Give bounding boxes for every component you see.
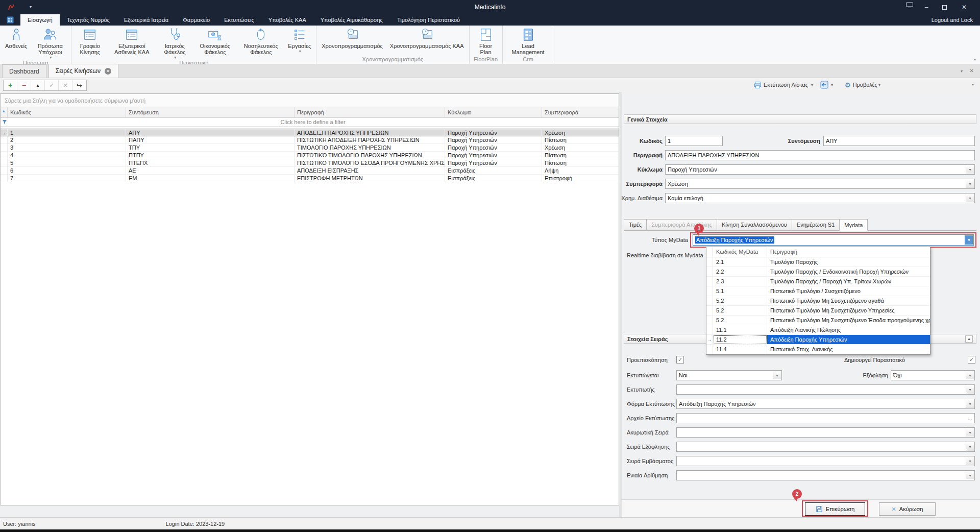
list-item[interactable]: 5.2Πιστωτικό Τιμολόγιο Μη Συσχετιζόμενο …: [706, 306, 930, 316]
chevron-down-icon[interactable]: ▾: [966, 400, 974, 408]
logout-and-lock-button[interactable]: Logout and Lock: [932, 14, 973, 26]
list-item-selected[interactable]: →11.2Απόδειξη Παροχής Υπηρεσιών: [706, 335, 930, 345]
patients-button[interactable]: Ασθενείς: [2, 26, 31, 49]
tab-times[interactable]: Τιμές: [624, 219, 647, 230]
circuit-combo[interactable]: Παροχή Υπηρεσιών▾: [665, 164, 975, 175]
ribbon-tab-exoterika-iatreia[interactable]: Εξωτερικά Ιατρεία: [117, 14, 176, 26]
external-patients-kaa-button[interactable]: Εξωτερικοί Ασθενείς ΚΑΑ: [107, 26, 157, 55]
tab-kinisi-synallassomenou[interactable]: Κίνηση Συναλλασσόμενου: [717, 219, 792, 230]
tab-bar-close-icon[interactable]: ✕: [970, 68, 974, 74]
ribbon-tab-ypoboles-kaa[interactable]: Υποβολές ΚΑΑ: [261, 14, 313, 26]
browse-ellipsis-icon[interactable]: …: [966, 414, 974, 422]
edit-record-button[interactable]: ▲: [31, 80, 45, 90]
scheduling-button[interactable]: Χρονοπρογραμματισμός: [318, 26, 386, 49]
code-field[interactable]: 1: [665, 136, 723, 146]
ribbon-tab-ektyposeis[interactable]: Εκτυπώσεις: [217, 14, 261, 26]
add-record-button[interactable]: +: [4, 80, 17, 90]
description-field[interactable]: ΑΠΟΔΕΙΞΗ ΠΑΡΟΧΗΣ ΥΠΗΡΕΣΙΩΝ: [665, 150, 975, 160]
delete-record-button[interactable]: −: [17, 80, 31, 90]
app-menu-button[interactable]: [0, 14, 20, 26]
movement-office-button[interactable]: Γραφείο Κίνησης: [73, 26, 107, 55]
ribbon-tab-farmakeio[interactable]: Φαρμακείο: [176, 14, 217, 26]
remittance-series-combo[interactable]: ▾: [676, 456, 975, 466]
column-header-perigrafi[interactable]: Περιγραφή: [295, 107, 445, 117]
tab-close-icon[interactable]: ✕: [105, 68, 111, 75]
unified-numbering-combo[interactable]: ▾: [676, 470, 975, 480]
views-button[interactable]: ⚙ Προβολές ▾: [845, 80, 880, 90]
financial-file-button[interactable]: Οικονομικός Φάκελος: [192, 26, 237, 55]
table-row[interactable]: 6 ΑΕ ΑΠΟΔΕΙΞΗ ΕΙΣΠΡΑΞΗΣ Εισπράξεις Λήψη: [1, 167, 619, 175]
general-section-header[interactable]: Γενικά Στοιχεία: [624, 114, 976, 124]
table-row[interactable]: 4 ΠΤΠΥ ΠΙΣΤΩΤΙΚΌ ΤΙΜΟΛΟΓΙΟ ΠΑΡΟΧΗΣ ΥΠΗΡΕ…: [1, 152, 619, 159]
list-item[interactable]: 2.3Τιμολόγιο Παροχής / Παροχή Υπ. Τρίτων…: [706, 277, 930, 286]
screen-share-icon[interactable]: [905, 1, 914, 11]
list-item[interactable]: 2.1Τιμολόγιο Παροχής: [706, 257, 930, 267]
ribbon-tab-eisagogi[interactable]: Εισαγωγή: [20, 14, 60, 26]
ribbon-tab-ypoboles-aimokatharsis[interactable]: Υποβολές Αιμοκάθαρσης: [313, 14, 390, 26]
creates-document-checkbox[interactable]: ✓: [968, 356, 975, 364]
list-item[interactable]: 11.1Απόδειξη Λιανικής Πώλησης: [706, 325, 930, 335]
funds-combo[interactable]: Καμία επιλογή▾: [665, 193, 975, 203]
payoff-combo[interactable]: Όχι▾: [891, 370, 975, 380]
chevron-down-icon[interactable]: ▾: [773, 371, 781, 379]
nursing-file-button[interactable]: Νοσηλευτικός Φάκελος: [237, 26, 284, 55]
medical-file-button[interactable]: Ιατρικός Φάκελος ▾: [157, 26, 192, 60]
chevron-down-icon[interactable]: ▾: [966, 180, 974, 188]
behavior-combo[interactable]: Χρέωση▾: [665, 179, 975, 189]
chevron-down-icon[interactable]: ▾: [966, 385, 974, 394]
chevron-down-icon[interactable]: ▾: [966, 194, 974, 202]
ribbon-tab-texnitos-nefros[interactable]: Τεχνητός Νεφρός: [60, 14, 117, 26]
table-row[interactable]: → 1 ΑΠΥ ΑΠΟΔΕΙΞΗ ΠΑΡΟΧΗΣ ΥΠΗΡΕΣΙΩΝ Παροχ…: [1, 129, 619, 136]
group-by-hint[interactable]: Σύρετε μια Στήλη για να ομαδοποιήσετε σύ…: [1, 94, 619, 107]
list-item[interactable]: 11.4Πιστωτικό Στοιχ. Λιανικής: [706, 345, 930, 354]
table-row[interactable]: 2 ΠΑΠΥ ΠΙΣΤΩΤΙΚΗ ΑΠΟΔΕΙΞΗ ΠΑΡΟΧΗΣ ΥΠΗΡΕΣ…: [1, 136, 619, 144]
printed-combo[interactable]: Ναι▾: [676, 370, 782, 380]
ribbon-collapse-icon[interactable]: ▾: [974, 57, 976, 62]
column-header-symperifora[interactable]: Συμπεριφορά: [542, 107, 619, 117]
obligor-persons-button[interactable]: Πρόσωπα Υπόχρεοι ▾: [31, 26, 69, 60]
table-row[interactable]: 3 ΤΠΥ ΤΙΜΟΛΟΓΙΟ ΠΑΡΟΧΗΣ ΥΠΗΡΕΣΙΩΝ Παροχή…: [1, 144, 619, 152]
chevron-down-icon[interactable]: ▾: [966, 165, 974, 174]
column-header-kodikos[interactable]: Κωδικός: [8, 107, 126, 117]
tab-dashboard[interactable]: Dashboard: [2, 64, 46, 78]
chevron-down-icon[interactable]: ▾: [966, 428, 974, 437]
ribbon-tab-timologisi-peristatikou[interactable]: Τιμολόγηση Περιστατικού: [390, 14, 467, 26]
print-list-button[interactable]: Εκτύπωση Λίστας ▾: [754, 80, 813, 90]
list-item[interactable]: 5.1Πιστωτικό Τιμολόγιο / Συσχετιζόμενο: [706, 286, 930, 296]
abbr-field[interactable]: ΑΠΥ: [823, 136, 975, 146]
maximize-button[interactable]: [937, 1, 952, 13]
print-file-field[interactable]: …: [676, 413, 975, 423]
toolbar-overflow-icon[interactable]: ▾: [972, 82, 974, 87]
close-button[interactable]: ✕: [957, 1, 972, 13]
column-header-syntomeysi[interactable]: Συντόμευση: [126, 107, 295, 117]
payoff-series-combo[interactable]: ▾: [676, 442, 975, 452]
cancel-series-combo[interactable]: ▾: [676, 427, 975, 438]
preview-checkbox[interactable]: ✓: [676, 356, 684, 364]
tasks-button[interactable]: Εργασίες ▾: [284, 26, 314, 54]
print-form-combo[interactable]: Απόδειξη Παροχής Υπηρεσιών▾: [676, 399, 975, 409]
chevron-down-icon[interactable]: ▾: [966, 471, 974, 479]
chevron-down-icon[interactable]: ▾: [966, 443, 974, 451]
scheduling-kaa-button[interactable]: Χρονοπρογραμματισμός ΚΑΑ: [386, 26, 468, 49]
collapse-section-icon[interactable]: ▴: [965, 335, 973, 343]
column-header-kykloma[interactable]: Κύκλωμα: [445, 107, 542, 117]
list-item[interactable]: 5.2Πιστωτικό Τιμολόγιο Μη Συσχετιζόμενο …: [706, 296, 930, 306]
refresh-button[interactable]: ↪: [72, 80, 86, 90]
tab-seires-kiniseon[interactable]: Σειρές Κινήσεων ✕: [48, 64, 118, 78]
cancel-changes-button[interactable]: ✕: [59, 80, 72, 90]
minimize-button[interactable]: –: [919, 1, 934, 13]
accept-changes-button[interactable]: ✓: [45, 80, 59, 90]
table-row[interactable]: 7 ΕΜ ΕΠΙΣΤΡΟΦΗ ΜΕΤΡΗΤΩΝ Εισπράξεις Επιστ…: [1, 175, 619, 182]
chevron-down-icon[interactable]: ▾: [966, 371, 974, 379]
table-row[interactable]: 5 ΠΤΕΠΧ ΠΙΣΤΩΤΙΚΟ ΤΙΜΟΛΟΓΙΟ ΕΣΟΔΑ ΠΡΟΗΓΟ…: [1, 159, 619, 167]
cancel-button[interactable]: ✕ Ακύρωση: [879, 502, 936, 516]
chevron-down-icon[interactable]: ▾: [966, 457, 974, 465]
tab-mydata[interactable]: Mydata: [840, 219, 868, 231]
filter-row[interactable]: Click here to define a filter: [1, 118, 619, 127]
printer-combo[interactable]: ▾: [676, 384, 975, 395]
tab-enimerosi-s1[interactable]: Ενημέρωση S1: [792, 219, 840, 230]
lead-management-button[interactable]: Lead Management: [504, 26, 552, 55]
list-item[interactable]: 2.2Τιμολόγιο Παροχής / Ενδοκοινοτική Παρ…: [706, 267, 930, 277]
tab-list-caret-icon[interactable]: ▾: [961, 69, 963, 74]
export-button[interactable]: ▾: [820, 80, 833, 90]
